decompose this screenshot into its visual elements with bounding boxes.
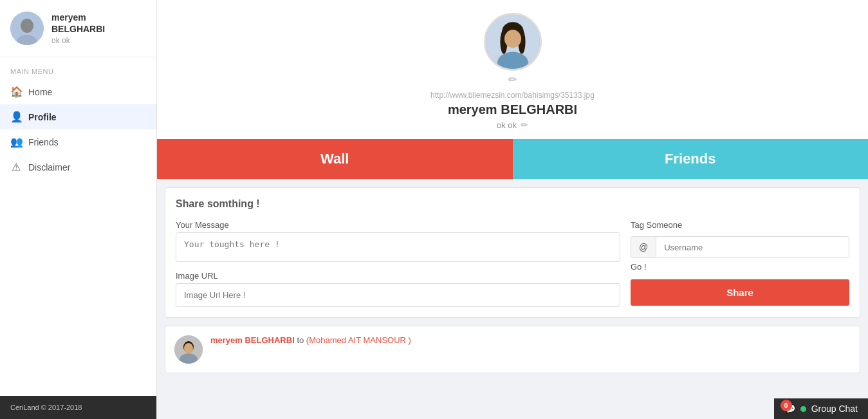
sidebar: meryem BELGHARBI ok ok MAIN MENU 🏠 Home … <box>0 0 157 419</box>
post-recipient[interactable]: (Mohamed AIT MANSOUR ) <box>306 335 411 345</box>
share-title: Share somthing ! <box>176 198 849 210</box>
profile-name: meryem BELGHARBI <box>448 102 577 117</box>
tab-wall[interactable]: Wall <box>157 139 513 179</box>
online-dot <box>800 406 806 412</box>
sidebar-footer: CeriLand © 2017-2018 <box>0 396 156 419</box>
tab-friends[interactable]: Friends <box>513 139 869 179</box>
sidebar-status: ok ok <box>51 36 105 45</box>
profile-header: ✏ http://www.bilemezsin.com/bahisimgs/35… <box>157 0 868 180</box>
share-form: Your Message Image URL Tag Someone @ Go … <box>176 220 849 307</box>
sidebar-menu-label: MAIN MENU <box>0 57 156 79</box>
profile-img-url: http://www.bilemezsin.com/bahisimgs/3513… <box>430 91 595 100</box>
post-author[interactable]: meryem BELGHARBI <box>210 335 295 345</box>
post-header: meryem BELGHARBI to (Mohamed AIT MANSOUR… <box>210 335 411 345</box>
sidebar-item-friends[interactable]: 👥 Friends <box>0 129 156 154</box>
image-url-label: Image URL <box>176 271 620 281</box>
chat-icon-wrapper: 0 💬 <box>784 404 795 414</box>
sidebar-item-profile[interactable]: 👤 Profile <box>0 104 156 129</box>
tag-input[interactable] <box>656 237 849 257</box>
svg-point-14 <box>184 343 193 353</box>
friends-icon: 👥 <box>10 136 22 148</box>
sidebar-item-profile-label: Profile <box>28 112 57 122</box>
message-label: Your Message <box>176 220 620 230</box>
post-section: meryem BELGHARBI to (Mohamed AIT MANSOUR… <box>165 326 860 373</box>
share-right: Tag Someone @ Go ! Share <box>631 220 849 307</box>
sidebar-item-friends-label: Friends <box>28 137 59 147</box>
status-edit-icon[interactable]: ✏ <box>521 120 528 130</box>
home-icon: 🏠 <box>10 86 22 98</box>
profile-tabs: Wall Friends <box>157 139 868 179</box>
avatar-edit-icon[interactable]: ✏ <box>508 73 517 86</box>
sidebar-username: meryem BELGHARBI <box>51 12 105 35</box>
avatar <box>10 12 44 45</box>
post-to-label: to <box>297 335 306 345</box>
profile-status-text: ok ok <box>497 120 517 130</box>
profile-avatar-wrapper: ✏ <box>484 13 542 86</box>
at-symbol: @ <box>631 237 656 257</box>
go-link[interactable]: Go ! <box>631 262 849 272</box>
main-content: ✏ http://www.bilemezsin.com/bahisimgs/35… <box>157 0 868 419</box>
share-section: Share somthing ! Your Message Image URL … <box>165 187 860 318</box>
image-url-input[interactable] <box>176 283 620 307</box>
profile-status-row: ok ok ✏ <box>497 120 528 130</box>
share-button[interactable]: Share <box>631 279 849 306</box>
sidebar-user: meryem BELGHARBI ok ok <box>0 0 156 57</box>
tag-row: @ <box>631 236 849 258</box>
sidebar-item-home[interactable]: 🏠 Home <box>0 79 156 104</box>
message-input[interactable] <box>176 232 620 262</box>
chat-badge: 0 <box>780 400 792 411</box>
post-avatar <box>174 335 203 364</box>
sidebar-item-disclaimer[interactable]: ⚠ Disclaimer <box>0 154 156 180</box>
sidebar-nav: 🏠 Home 👤 Profile 👥 Friends ⚠ Disclaimer <box>0 79 156 180</box>
sidebar-item-disclaimer-label: Disclaimer <box>28 162 70 172</box>
share-left: Your Message Image URL <box>176 220 620 307</box>
svg-point-9 <box>504 30 521 48</box>
tag-label: Tag Someone <box>631 220 849 230</box>
warning-icon: ⚠ <box>10 161 22 173</box>
sidebar-item-home-label: Home <box>28 87 52 97</box>
sidebar-user-info: meryem BELGHARBI ok ok <box>51 12 105 45</box>
group-chat-label: Group Chat <box>811 404 858 414</box>
svg-point-1 <box>21 19 33 33</box>
user-icon: 👤 <box>10 111 22 123</box>
group-chat-widget[interactable]: 0 💬 Group Chat <box>774 398 868 419</box>
profile-avatar <box>484 13 542 71</box>
